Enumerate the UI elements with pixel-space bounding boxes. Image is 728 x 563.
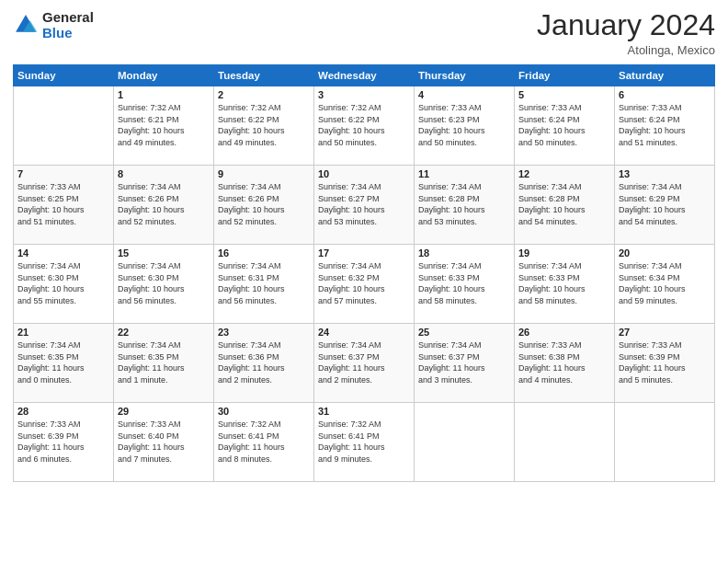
- calendar-cell: 11Sunrise: 7:34 AMSunset: 6:28 PMDayligh…: [415, 166, 515, 245]
- calendar-cell: 14Sunrise: 7:34 AMSunset: 6:30 PMDayligh…: [14, 245, 114, 324]
- day-info: Sunrise: 7:32 AMSunset: 6:22 PMDaylight:…: [218, 102, 310, 148]
- calendar-cell: 4Sunrise: 7:33 AMSunset: 6:23 PMDaylight…: [415, 86, 515, 166]
- day-info: Sunrise: 7:34 AMSunset: 6:37 PMDaylight:…: [418, 339, 510, 385]
- page: General Blue January 2024 Atolinga, Mexi…: [0, 0, 728, 563]
- calendar-table: SundayMondayTuesdayWednesdayThursdayFrid…: [13, 64, 715, 482]
- day-info: Sunrise: 7:34 AMSunset: 6:32 PMDaylight:…: [318, 260, 410, 306]
- day-number: 2: [218, 89, 310, 100]
- day-info: Sunrise: 7:34 AMSunset: 6:33 PMDaylight:…: [518, 260, 610, 306]
- day-info: Sunrise: 7:34 AMSunset: 6:31 PMDaylight:…: [218, 260, 310, 306]
- calendar-cell: 24Sunrise: 7:34 AMSunset: 6:37 PMDayligh…: [314, 324, 415, 403]
- header: General Blue January 2024 Atolinga, Mexi…: [13, 9, 715, 57]
- day-number: 20: [619, 247, 711, 259]
- day-info: Sunrise: 7:34 AMSunset: 6:26 PMDaylight:…: [218, 181, 310, 227]
- day-number: 12: [518, 168, 610, 179]
- calendar-cell: 1Sunrise: 7:32 AMSunset: 6:21 PMDaylight…: [114, 86, 214, 166]
- calendar-cell: 25Sunrise: 7:34 AMSunset: 6:37 PMDayligh…: [415, 324, 515, 403]
- day-number: 24: [318, 327, 410, 338]
- logo: General Blue: [13, 9, 94, 41]
- calendar-cell: [515, 403, 615, 482]
- day-info: Sunrise: 7:32 AMSunset: 6:21 PMDaylight:…: [118, 102, 210, 148]
- day-info: Sunrise: 7:34 AMSunset: 6:34 PMDaylight:…: [619, 260, 711, 306]
- calendar-cell: 31Sunrise: 7:32 AMSunset: 6:41 PMDayligh…: [314, 403, 415, 482]
- header-day: Friday: [515, 65, 615, 86]
- calendar-week-row: 1Sunrise: 7:32 AMSunset: 6:21 PMDaylight…: [14, 86, 715, 166]
- logo-icon: [13, 12, 39, 38]
- day-info: Sunrise: 7:32 AMSunset: 6:22 PMDaylight:…: [318, 102, 410, 148]
- calendar-cell: 9Sunrise: 7:34 AMSunset: 6:26 PMDaylight…: [214, 166, 314, 245]
- calendar-cell: 13Sunrise: 7:34 AMSunset: 6:29 PMDayligh…: [615, 166, 715, 245]
- header-row: SundayMondayTuesdayWednesdayThursdayFrid…: [14, 65, 715, 86]
- day-info: Sunrise: 7:33 AMSunset: 6:40 PMDaylight:…: [118, 419, 210, 465]
- day-info: Sunrise: 7:33 AMSunset: 6:39 PMDaylight:…: [17, 419, 109, 465]
- day-number: 26: [518, 327, 610, 338]
- day-number: 3: [318, 89, 410, 100]
- day-info: Sunrise: 7:33 AMSunset: 6:25 PMDaylight:…: [17, 181, 109, 227]
- calendar-cell: 19Sunrise: 7:34 AMSunset: 6:33 PMDayligh…: [515, 245, 615, 324]
- calendar-cell: 3Sunrise: 7:32 AMSunset: 6:22 PMDaylight…: [314, 86, 415, 166]
- day-number: 4: [418, 89, 510, 100]
- calendar-cell: 26Sunrise: 7:33 AMSunset: 6:38 PMDayligh…: [515, 324, 615, 403]
- day-info: Sunrise: 7:33 AMSunset: 6:24 PMDaylight:…: [518, 102, 610, 148]
- calendar-cell: 20Sunrise: 7:34 AMSunset: 6:34 PMDayligh…: [615, 245, 715, 324]
- calendar-cell: 23Sunrise: 7:34 AMSunset: 6:36 PMDayligh…: [214, 324, 314, 403]
- day-number: 13: [619, 168, 711, 179]
- day-number: 25: [418, 327, 510, 338]
- day-number: 31: [318, 406, 410, 417]
- location: Atolinga, Mexico: [537, 43, 715, 57]
- header-day: Wednesday: [314, 65, 415, 86]
- calendar-week-row: 28Sunrise: 7:33 AMSunset: 6:39 PMDayligh…: [14, 403, 715, 482]
- calendar-cell: 6Sunrise: 7:33 AMSunset: 6:24 PMDaylight…: [615, 86, 715, 166]
- day-info: Sunrise: 7:34 AMSunset: 6:29 PMDaylight:…: [619, 181, 711, 227]
- day-info: Sunrise: 7:34 AMSunset: 6:37 PMDaylight:…: [318, 339, 410, 385]
- day-info: Sunrise: 7:34 AMSunset: 6:35 PMDaylight:…: [17, 339, 109, 385]
- day-info: Sunrise: 7:34 AMSunset: 6:27 PMDaylight:…: [318, 181, 410, 227]
- header-day: Saturday: [615, 65, 715, 86]
- calendar-cell: 22Sunrise: 7:34 AMSunset: 6:35 PMDayligh…: [114, 324, 214, 403]
- day-info: Sunrise: 7:33 AMSunset: 6:24 PMDaylight:…: [619, 102, 711, 148]
- calendar-cell: 8Sunrise: 7:34 AMSunset: 6:26 PMDaylight…: [114, 166, 214, 245]
- calendar-cell: 27Sunrise: 7:33 AMSunset: 6:39 PMDayligh…: [615, 324, 715, 403]
- day-number: 15: [118, 247, 210, 259]
- calendar-cell: 7Sunrise: 7:33 AMSunset: 6:25 PMDaylight…: [14, 166, 114, 245]
- day-info: Sunrise: 7:33 AMSunset: 6:23 PMDaylight:…: [418, 102, 510, 148]
- day-number: 22: [118, 327, 210, 338]
- day-info: Sunrise: 7:34 AMSunset: 6:28 PMDaylight:…: [518, 181, 610, 227]
- calendar-cell: [14, 86, 114, 166]
- calendar-cell: 28Sunrise: 7:33 AMSunset: 6:39 PMDayligh…: [14, 403, 114, 482]
- calendar-cell: [615, 403, 715, 482]
- day-number: 19: [518, 247, 610, 259]
- calendar-cell: 30Sunrise: 7:32 AMSunset: 6:41 PMDayligh…: [214, 403, 314, 482]
- month-title: January 2024: [537, 9, 715, 41]
- day-number: 11: [418, 168, 510, 179]
- day-number: 23: [218, 327, 310, 338]
- day-number: 1: [118, 89, 210, 100]
- day-number: 9: [218, 168, 310, 179]
- header-day: Monday: [114, 65, 214, 86]
- day-number: 18: [418, 247, 510, 259]
- day-number: 16: [218, 247, 310, 259]
- day-number: 5: [518, 89, 610, 100]
- day-number: 14: [17, 247, 109, 259]
- calendar-cell: 21Sunrise: 7:34 AMSunset: 6:35 PMDayligh…: [14, 324, 114, 403]
- calendar-cell: 5Sunrise: 7:33 AMSunset: 6:24 PMDaylight…: [515, 86, 615, 166]
- calendar-cell: 15Sunrise: 7:34 AMSunset: 6:30 PMDayligh…: [114, 245, 214, 324]
- calendar-cell: 16Sunrise: 7:34 AMSunset: 6:31 PMDayligh…: [214, 245, 314, 324]
- calendar-cell: [415, 403, 515, 482]
- day-number: 27: [619, 327, 711, 338]
- calendar-week-row: 14Sunrise: 7:34 AMSunset: 6:30 PMDayligh…: [14, 245, 715, 324]
- day-number: 17: [318, 247, 410, 259]
- day-number: 8: [118, 168, 210, 179]
- day-number: 10: [318, 168, 410, 179]
- calendar-cell: 2Sunrise: 7:32 AMSunset: 6:22 PMDaylight…: [214, 86, 314, 166]
- calendar-week-row: 21Sunrise: 7:34 AMSunset: 6:35 PMDayligh…: [14, 324, 715, 403]
- title-block: January 2024 Atolinga, Mexico: [537, 9, 715, 57]
- day-info: Sunrise: 7:34 AMSunset: 6:36 PMDaylight:…: [218, 339, 310, 385]
- day-info: Sunrise: 7:32 AMSunset: 6:41 PMDaylight:…: [218, 419, 310, 465]
- calendar-cell: 18Sunrise: 7:34 AMSunset: 6:33 PMDayligh…: [415, 245, 515, 324]
- calendar-cell: 17Sunrise: 7:34 AMSunset: 6:32 PMDayligh…: [314, 245, 415, 324]
- header-day: Tuesday: [214, 65, 314, 86]
- header-day: Thursday: [415, 65, 515, 86]
- day-info: Sunrise: 7:32 AMSunset: 6:41 PMDaylight:…: [318, 419, 410, 465]
- calendar-week-row: 7Sunrise: 7:33 AMSunset: 6:25 PMDaylight…: [14, 166, 715, 245]
